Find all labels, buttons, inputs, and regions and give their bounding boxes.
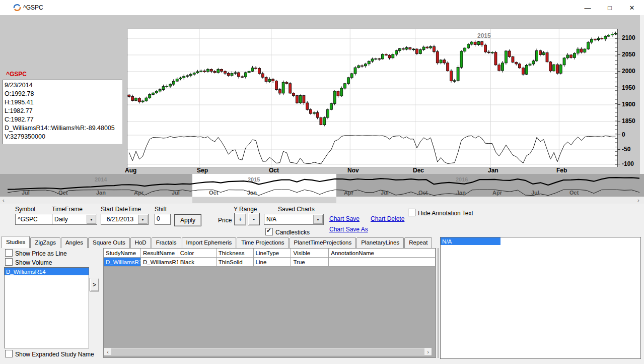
tab-square-outs[interactable]: Square Outs <box>88 237 130 248</box>
timeframe-value: Daily <box>54 216 68 223</box>
hide-annotation-text-checkbox[interactable]: Hide Annotation Text <box>408 209 473 217</box>
tab-planetarylines[interactable]: PlanetaryLines <box>356 237 404 248</box>
table-scrollbar-thumb[interactable] <box>111 348 424 355</box>
annotation-list-item[interactable]: N/A <box>441 237 500 245</box>
window-title: ^GSPC <box>23 4 43 11</box>
timeframe-combobox[interactable]: Daily ▼ <box>52 214 97 225</box>
table-cell[interactable]: ThinSolid <box>217 258 254 267</box>
table-column-header[interactable]: Visible <box>291 249 329 258</box>
table-column-header[interactable]: AnnotationName <box>329 249 436 258</box>
maximize-button[interactable]: □ <box>599 0 621 15</box>
checkbox-box-icon <box>5 258 13 266</box>
timeframe-dropdown-arrow-icon[interactable]: ▼ <box>87 215 96 224</box>
shift-input[interactable]: 0 <box>155 214 171 225</box>
symbol-label: Symbol <box>15 206 35 213</box>
minimize-button[interactable]: — <box>577 0 599 15</box>
move-study-button[interactable]: > <box>90 278 99 291</box>
candlesticks-checkbox[interactable]: Candlesticks <box>265 228 310 236</box>
navigator-month-label: Oct <box>569 190 579 196</box>
price-axis-tick-label: 1950 <box>622 84 635 91</box>
table-column-header[interactable]: Color <box>178 249 217 258</box>
table-cell[interactable]: True <box>291 258 329 267</box>
chart-save-as-link[interactable]: Chart Save As <box>329 226 368 233</box>
table-column-header[interactable]: LineType <box>254 249 292 258</box>
start-datetime-picker[interactable]: 6/21/2013 ▼ <box>101 214 149 225</box>
table-cell[interactable]: Black <box>178 258 217 267</box>
tab-import-ephemeris[interactable]: Import Ephemeris <box>182 237 237 248</box>
info-line: C:1982.77 <box>5 115 122 124</box>
tab-zigzags[interactable]: ZigZags <box>30 237 60 248</box>
table-cell[interactable]: D_WilliamsR14 <box>104 258 141 267</box>
navigator-month-label: Jul <box>172 190 180 196</box>
checkbox-box-icon <box>5 249 13 257</box>
table-column-header[interactable]: Thickness <box>217 249 254 258</box>
table-cell[interactable]: Line <box>254 258 292 267</box>
navigator-month-label: Jul <box>531 190 539 196</box>
navigator-year-label: 2016 <box>456 176 468 183</box>
info-line: H:1995.41 <box>5 98 122 107</box>
studies-table: StudyNameResultNameColorThicknessLineTyp… <box>103 248 436 358</box>
tab-repeat[interactable]: Repeat <box>404 237 432 248</box>
show-volume-checkbox[interactable]: Show Volume <box>5 258 52 266</box>
table-scrollbar[interactable]: ‹ › <box>104 348 432 355</box>
table-row[interactable]: D_WilliamsR14D_WilliamsR14::WBlackThinSo… <box>104 258 436 267</box>
show-expanded-study-name-checkbox[interactable]: Show Expanded Study Name <box>5 350 94 358</box>
annotations-listbox[interactable]: N/A <box>440 237 641 359</box>
close-button[interactable]: ✕ <box>621 0 643 15</box>
chart-delete-link[interactable]: Chart Delete <box>371 215 404 222</box>
table-scroll-left-icon[interactable]: ‹ <box>104 348 111 355</box>
show-price-as-line-label: Show Price as Line <box>15 250 67 257</box>
study-listbox[interactable]: D_WilliamsR14 <box>4 267 89 348</box>
table-header-row: StudyNameResultNameColorThicknessLineTyp… <box>104 249 436 258</box>
price-axis-tick <box>617 104 620 105</box>
show-price-as-line-checkbox[interactable]: Show Price as Line <box>5 249 67 257</box>
table-column-header[interactable]: ResultName <box>141 249 178 258</box>
checkbox-box-icon <box>265 228 273 235</box>
indicator-axis-tick-label: -50 <box>622 146 630 153</box>
symbol-value: ^GSPC <box>18 216 38 223</box>
y-range-minus-button[interactable]: - <box>248 213 260 225</box>
price-axis-tick <box>617 121 620 122</box>
price-axis-tick <box>617 54 620 55</box>
navigator-month-label: Jul <box>22 190 30 196</box>
info-panel: 9/23/2014O:1992.78H:1995.41L:1982.77C:19… <box>3 80 122 144</box>
indicator-axis-tick <box>617 164 620 164</box>
tab-fractals[interactable]: Fractals <box>152 237 181 248</box>
info-line: O:1992.78 <box>5 90 122 98</box>
chart-save-link[interactable]: Chart Save <box>329 215 360 222</box>
navigator-scrollbar-thumb[interactable] <box>192 197 336 203</box>
price-axis-tick-label: 1850 <box>622 117 635 125</box>
tab-planettimeprojections[interactable]: PlanetTimeProjections <box>290 237 356 248</box>
price-chart[interactable] <box>127 29 618 167</box>
time-axis-month-label: Sep <box>197 167 208 174</box>
y-range-plus-button[interactable]: + <box>234 213 246 225</box>
scroll-left-icon[interactable]: ‹ <box>3 197 5 204</box>
indicator-axis-tick-label: -100 <box>622 160 634 167</box>
start-datetime-dropdown-arrow-icon[interactable]: ▼ <box>138 215 148 224</box>
scroll-right-icon[interactable]: › <box>637 197 639 204</box>
price-axis-tick-label: 2100 <box>622 34 635 41</box>
tab-hod[interactable]: HoD <box>130 237 151 248</box>
navigator-month-label: Oct <box>58 190 67 196</box>
panel-divider <box>438 248 439 358</box>
tab-studies[interactable]: Studies <box>2 236 30 248</box>
info-line: L:1982.77 <box>5 107 122 115</box>
navigator-year-label: 2015 <box>248 176 260 183</box>
navigator-scrollbar[interactable]: ‹ › <box>0 197 644 204</box>
table-cell[interactable] <box>329 258 436 267</box>
shift-label: Shift <box>155 206 167 213</box>
table-cell[interactable]: D_WilliamsR14::W <box>141 258 178 267</box>
tab-time-projections[interactable]: Time Projections <box>237 237 289 248</box>
saved-charts-combobox[interactable]: N/A ▼ <box>264 214 324 225</box>
saved-charts-dropdown-arrow-icon[interactable]: ▼ <box>313 215 323 224</box>
table-scroll-right-icon[interactable]: › <box>424 348 432 355</box>
titlebar: ^GSPC — □ ✕ <box>0 0 644 15</box>
study-list-item[interactable]: D_WilliamsR14 <box>5 268 89 275</box>
table-column-header[interactable]: StudyName <box>104 249 141 258</box>
price-axis-tick <box>617 71 620 72</box>
navigator-month-label: Jan <box>96 190 106 196</box>
navigator-chart[interactable]: 201420152016JulOctJanAprJulOctJanAprJulO… <box>0 174 644 197</box>
apply-button[interactable]: Apply <box>174 214 201 226</box>
time-axis-month-label: Nov <box>347 167 359 174</box>
tab-angles[interactable]: Angles <box>61 237 88 248</box>
